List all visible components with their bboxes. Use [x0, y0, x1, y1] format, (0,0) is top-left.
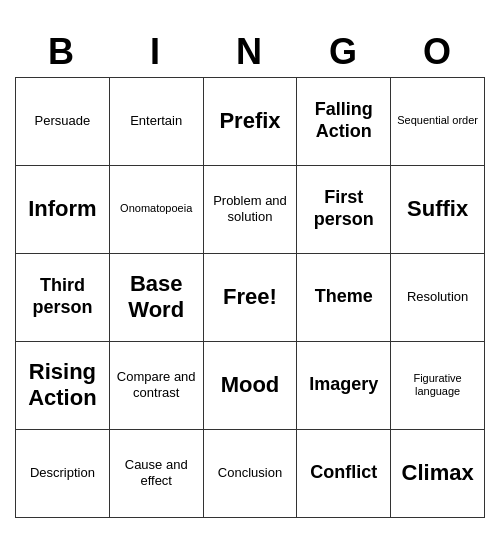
- cell-text: Climax: [402, 460, 474, 486]
- cell-text: Imagery: [309, 374, 378, 396]
- bingo-cell: First person: [297, 166, 391, 254]
- cell-text: Entertain: [130, 113, 182, 129]
- bingo-cell: Entertain: [110, 78, 204, 166]
- bingo-cell: Persuade: [16, 78, 110, 166]
- cell-text: Free!: [223, 284, 277, 310]
- bingo-cell: Prefix: [204, 78, 298, 166]
- cell-text: First person: [301, 187, 386, 230]
- cell-text: Mood: [221, 372, 280, 398]
- bingo-cell: Conclusion: [204, 430, 298, 518]
- cell-text: Figurative language: [395, 372, 480, 398]
- header-letter: B: [15, 27, 109, 77]
- cell-text: Onomatopoeia: [120, 202, 192, 215]
- cell-text: Persuade: [35, 113, 91, 129]
- cell-text: Suffix: [407, 196, 468, 222]
- bingo-cell: Theme: [297, 254, 391, 342]
- cell-text: Conflict: [310, 462, 377, 484]
- bingo-cell: Description: [16, 430, 110, 518]
- bingo-cell: Figurative language: [391, 342, 485, 430]
- cell-text: Compare and contrast: [114, 369, 199, 400]
- bingo-cell: Free!: [204, 254, 298, 342]
- cell-text: Resolution: [407, 289, 468, 305]
- bingo-header: BINGO: [15, 27, 485, 77]
- cell-text: Description: [30, 465, 95, 481]
- bingo-board: BINGO PersuadeEntertainPrefixFallingActi…: [15, 27, 485, 518]
- bingo-cell: Third person: [16, 254, 110, 342]
- bingo-cell: Problem and solution: [204, 166, 298, 254]
- cell-text: FallingAction: [315, 99, 373, 142]
- cell-text: Base Word: [114, 271, 199, 324]
- cell-text: Prefix: [219, 108, 280, 134]
- cell-text: Third person: [20, 275, 105, 318]
- header-letter: N: [203, 27, 297, 77]
- bingo-cell: Suffix: [391, 166, 485, 254]
- cell-text: Theme: [315, 286, 373, 308]
- cell-text: Problem and solution: [208, 193, 293, 224]
- bingo-cell: Compare and contrast: [110, 342, 204, 430]
- bingo-cell: Onomatopoeia: [110, 166, 204, 254]
- cell-text: Inform: [28, 196, 96, 222]
- cell-text: Conclusion: [218, 465, 282, 481]
- bingo-cell: Imagery: [297, 342, 391, 430]
- header-letter: G: [297, 27, 391, 77]
- bingo-cell: Sequential order: [391, 78, 485, 166]
- bingo-cell: Base Word: [110, 254, 204, 342]
- cell-text: Rising Action: [20, 359, 105, 412]
- header-letter: O: [391, 27, 485, 77]
- bingo-cell: Resolution: [391, 254, 485, 342]
- bingo-cell: Rising Action: [16, 342, 110, 430]
- bingo-cell: Inform: [16, 166, 110, 254]
- bingo-cell: Climax: [391, 430, 485, 518]
- bingo-cell: Cause and effect: [110, 430, 204, 518]
- cell-text: Cause and effect: [114, 457, 199, 488]
- bingo-cell: Mood: [204, 342, 298, 430]
- bingo-cell: Conflict: [297, 430, 391, 518]
- header-letter: I: [109, 27, 203, 77]
- bingo-grid: PersuadeEntertainPrefixFallingActionSequ…: [15, 77, 485, 518]
- cell-text: Sequential order: [397, 114, 478, 127]
- bingo-cell: FallingAction: [297, 78, 391, 166]
